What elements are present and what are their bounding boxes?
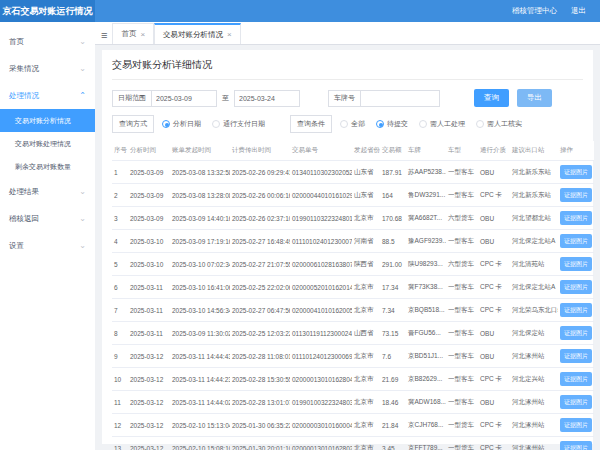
table-cell: 2025-02-27 16:48:49 — [230, 230, 290, 253]
sidebar-item[interactable]: 稽核返回⌄ — [0, 205, 95, 232]
table-cell: 2025-02-27 21:07:55 — [230, 253, 290, 276]
table-cell: 2025-02-28 11:08:01 — [230, 345, 290, 368]
sidebar-menu: 首页⌄采集情况⌄处理情况⌃交易对账分析情况交易对账处理情况剩余交易对账数量处理结… — [0, 22, 95, 450]
radio-option[interactable]: 通行支付日期 — [212, 119, 265, 129]
sidebar-subitem[interactable]: 剩余交易对账数量 — [0, 155, 95, 178]
table-cell: 京BQB518... — [406, 299, 446, 322]
table-cell: 河北定兴站 — [510, 368, 558, 391]
evidence-image-button[interactable]: 证据图片 — [560, 349, 592, 363]
table-cell: 01110102401230007... — [290, 230, 352, 253]
radio-circle-icon — [212, 120, 220, 128]
sidebar-subitem[interactable]: 交易对账分析情况 — [0, 109, 95, 132]
page-title: 交易对账分析详细情况 — [112, 58, 583, 80]
action-cell: 证据图片 — [558, 207, 594, 230]
radio-option-label: 待提交 — [387, 119, 408, 129]
table-cell: 2025-03-12 — [128, 368, 170, 391]
sidebar-item[interactable]: 首页⌄ — [0, 28, 95, 55]
table-cell: CPC 卡 — [478, 368, 510, 391]
sidebar-item[interactable]: 设置⌄ — [0, 232, 95, 259]
table-cell: 8 — [112, 322, 128, 345]
table-cell: 2025-01-30 06:35:22 — [230, 414, 290, 437]
table-cell: 河北保定站 — [510, 322, 558, 345]
table-cell: 山东省 — [352, 184, 380, 207]
content-area: 交易对账分析详细情况 日期范围 至 车牌号 查询 导出 查询方式分析日期通 — [95, 45, 600, 450]
sidebar-subitem[interactable]: 交易对账处理情况 — [0, 132, 95, 155]
chevron-up-icon: ⌃ — [79, 92, 86, 100]
evidence-image-button[interactable]: 证据图片 — [560, 257, 592, 271]
evidence-image-button[interactable]: 证据图片 — [560, 211, 592, 225]
column-header: 交易单号 — [290, 141, 352, 161]
radio-option[interactable]: 分析日期 — [162, 119, 201, 129]
plate-input[interactable] — [360, 90, 440, 107]
table-cell: 2025-03-08 13:28:08 — [170, 184, 230, 207]
evidence-image-button[interactable]: 证据图片 — [560, 188, 592, 202]
table-cell: 京B82629... — [406, 368, 446, 391]
table-cell: CPC 卡 — [478, 414, 510, 437]
table-cell: 2025-03-09 14:40:16 — [170, 207, 230, 230]
table-cell: 一型客车 — [446, 230, 478, 253]
tab-item[interactable]: 首页× — [112, 23, 154, 44]
table-cell: 一型客车 — [446, 368, 478, 391]
table-cell: 2025-01-30 20:01:10 — [230, 437, 290, 450]
date-end-input[interactable] — [234, 90, 300, 107]
table-row: 112025-03-122025-03-11 14:44:022025-02-2… — [112, 391, 594, 414]
search-button[interactable]: 查询 — [474, 89, 509, 107]
table-cell: 2 — [112, 184, 128, 207]
chevron-down-icon: ⌄ — [79, 38, 86, 46]
table-cell: CPC 卡 — [478, 253, 510, 276]
action-cell: 证据图片 — [558, 253, 594, 276]
evidence-image-button[interactable]: 证据图片 — [560, 165, 592, 179]
date-start-input[interactable] — [151, 90, 217, 107]
evidence-image-button[interactable]: 证据图片 — [560, 372, 592, 386]
table-cell: 2025-03-10 14:56:34 — [170, 299, 230, 322]
evidence-image-button[interactable]: 证据图片 — [560, 418, 592, 432]
table-row: 72025-03-112025-03-10 14:56:342025-02-27… — [112, 299, 594, 322]
table-cell: 京FFT789... — [406, 437, 446, 450]
tab-item[interactable]: 交易对账分析情况× — [154, 23, 241, 44]
table-cell: OBU — [478, 161, 510, 184]
table-row: 12025-03-092025-03-08 13:32:582025-02-26… — [112, 161, 594, 184]
table-cell: 一型客车 — [446, 161, 478, 184]
radio-option[interactable]: 全部 — [340, 119, 365, 129]
close-icon[interactable]: × — [140, 30, 145, 39]
evidence-image-button[interactable]: 证据图片 — [560, 395, 592, 409]
evidence-image-button[interactable]: 证据图片 — [560, 303, 592, 317]
table-cell: 3 — [112, 207, 128, 230]
table-cell: 02000003010160004... — [290, 414, 352, 437]
evidence-image-button[interactable]: 证据图片 — [560, 326, 592, 340]
export-button[interactable]: 导出 — [517, 89, 552, 107]
action-cell: 证据图片 — [558, 184, 594, 207]
radio-circle-icon — [376, 120, 384, 128]
table-cell: 02000044010161029... — [290, 184, 352, 207]
table-cell: 陕西省 — [352, 253, 380, 276]
radio-option[interactable]: 需人工核实 — [476, 119, 522, 129]
table-cell: OBU — [478, 391, 510, 414]
evidence-image-button[interactable]: 证据图片 — [560, 441, 592, 450]
evidence-image-button[interactable]: 证据图片 — [560, 280, 592, 294]
table-cell: 01130119112300024... — [290, 322, 352, 345]
sidebar-item[interactable]: 处理情况⌃ — [0, 82, 95, 109]
sidebar-item[interactable]: 处理结果⌄ — [0, 178, 95, 205]
table-cell: CPC 卡 — [478, 276, 510, 299]
logout-link[interactable]: 退出 — [571, 6, 586, 16]
table-cell: 01340110302302052... — [290, 161, 352, 184]
hamburger-menu-icon[interactable]: ≡ — [99, 29, 112, 44]
table-cell: 02000041010162005... — [290, 299, 352, 322]
radio-option[interactable]: 需人工处理 — [419, 119, 465, 129]
table-cell: 一型客车 — [446, 184, 478, 207]
sidebar-item-label: 处理情况 — [9, 91, 39, 101]
table-cell: 一型货车 — [446, 414, 478, 437]
radio-option[interactable]: 待提交 — [376, 119, 408, 129]
table-cell: 2025-03-12 — [128, 345, 170, 368]
table-cell: 164 — [380, 184, 406, 207]
evidence-image-button[interactable]: 证据图片 — [560, 234, 592, 248]
table-cell: 02000013010162804... — [290, 368, 352, 391]
close-icon[interactable]: × — [227, 30, 232, 39]
sidebar-item[interactable]: 采集情况⌄ — [0, 55, 95, 82]
table-row: 82025-03-112025-03-09 11:30:022025-02-25… — [112, 322, 594, 345]
table-cell: 一型客车 — [446, 322, 478, 345]
user-center-link[interactable]: 稽核管理中心 — [512, 6, 557, 16]
table-cell: 2025-02-10 15:13:04 — [170, 414, 230, 437]
radio-circle-icon — [340, 120, 348, 128]
column-header: 交易额 — [380, 141, 406, 161]
